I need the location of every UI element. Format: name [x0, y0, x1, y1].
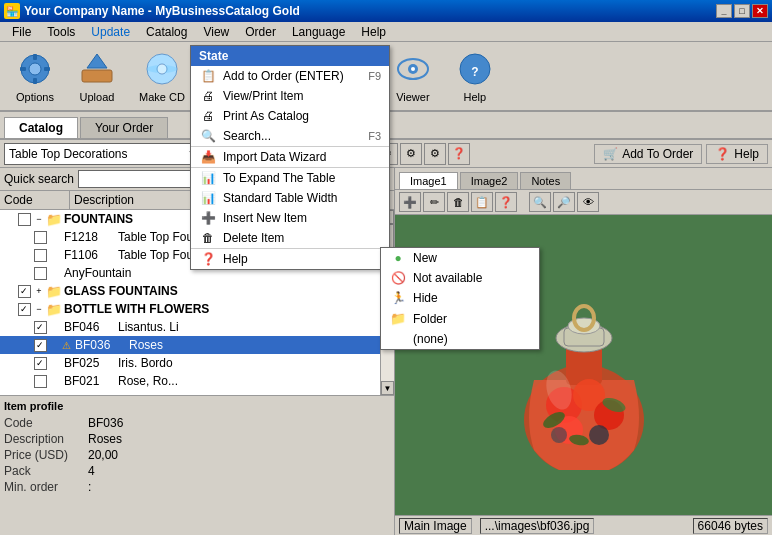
content-pane: Quick search Code Description Price Pack…	[0, 168, 772, 535]
check-fountains[interactable]	[18, 213, 31, 226]
submenu-new[interactable]: ● New	[381, 248, 539, 268]
tree-row[interactable]: BF025 Iris. Bordo	[0, 354, 380, 372]
tree-row-selected[interactable]: ⚠ BF036 Roses	[0, 336, 380, 354]
menu-order[interactable]: Order	[237, 23, 284, 41]
ctx-std-table-width[interactable]: 📊 Standard Table Width	[191, 188, 389, 208]
tab-notes[interactable]: Notes	[520, 172, 571, 189]
main-content: Table Top Decorations ▼ 💾 📋 🔄 ▼ 🔍 ⚙ ⚙ ⚙ …	[0, 140, 772, 535]
image-tabs: Image1 Image2 Notes	[395, 168, 772, 190]
tools-btn4[interactable]: ⚙	[400, 143, 422, 165]
img-zoom-in-button[interactable]: 🔍	[529, 192, 551, 212]
tree-row[interactable]: + 📁 GLASS FOUNTAINS	[0, 282, 380, 300]
upload-label: Upload	[80, 91, 115, 103]
catalog-dropdown[interactable]: Table Top Decorations ▼	[4, 143, 204, 165]
ctx-search-shortcut: F3	[368, 130, 381, 142]
check-bf025[interactable]	[34, 357, 47, 370]
check-bf021[interactable]	[34, 375, 47, 388]
img-add-button[interactable]: ➕	[399, 192, 421, 212]
submenu-none[interactable]: (none)	[381, 329, 539, 349]
ctx-import-wizard[interactable]: 📥 Import Data Wizard	[191, 146, 389, 167]
submenu-hide[interactable]: 🏃 Hide	[381, 288, 539, 308]
expand-glass-fountains[interactable]: +	[32, 286, 46, 296]
tab-your-order[interactable]: Your Order	[80, 117, 168, 138]
img-edit-button[interactable]: ✏	[423, 192, 445, 212]
expand-bottle-flowers[interactable]: −	[32, 304, 46, 314]
item-profile-title: Item profile	[4, 400, 390, 412]
tools-btn5[interactable]: ⚙	[424, 143, 446, 165]
ctx-add-to-order[interactable]: 📋 Add to Order (ENTER) F9	[191, 66, 389, 86]
ctx-view-print[interactable]: 🖨 View/Print Item	[191, 86, 389, 106]
context-menu: State 📋 Add to Order (ENTER) F9 🖨 View/P…	[190, 45, 390, 270]
options-button[interactable]: Options	[8, 44, 62, 108]
menu-update[interactable]: Update	[83, 23, 138, 41]
folder-state-label: Folder	[413, 312, 447, 326]
expand-fountains[interactable]: −	[32, 214, 46, 224]
window-controls[interactable]: _ □ ✕	[716, 4, 768, 18]
profile-row-minorder: Min. order :	[4, 480, 390, 494]
menu-help[interactable]: Help	[353, 23, 394, 41]
new-state-icon: ●	[389, 251, 407, 265]
profile-label-pack: Pack	[4, 464, 84, 478]
check-f1218[interactable]	[34, 231, 47, 244]
menu-view[interactable]: View	[195, 23, 237, 41]
import-wizard-ctx-icon: 📥	[199, 150, 217, 164]
check-bf036[interactable]	[34, 339, 47, 352]
ctx-insert-new-item[interactable]: ➕ Insert New Item	[191, 208, 389, 228]
check-glass-fountains[interactable]	[18, 285, 31, 298]
folder-glass-fountains-icon: 📁	[46, 284, 62, 299]
img-view-button[interactable]: 👁	[577, 192, 599, 212]
tree-row[interactable]: BF021 Rose, Ro...	[0, 372, 380, 390]
check-anyfountain[interactable]	[34, 267, 47, 280]
view-print-ctx-icon: 🖨	[199, 89, 217, 103]
ctx-print-as-catalog[interactable]: 🖨 Print As Catalog	[191, 106, 389, 126]
tree-row[interactable]: − 📁 BOTTLE WITH FLOWERS	[0, 300, 380, 318]
menu-tools[interactable]: Tools	[39, 23, 83, 41]
close-button[interactable]: ✕	[752, 4, 768, 18]
ctx-expand-table[interactable]: 📊 To Expand The Table	[191, 167, 389, 188]
tab-catalog[interactable]: Catalog	[4, 117, 78, 138]
group-bottle-flowers-name: BOTTLE WITH FLOWERS	[62, 302, 380, 316]
std-width-ctx-icon: 📊	[199, 191, 217, 205]
tab-image1[interactable]: Image1	[399, 172, 458, 189]
none-state-label: (none)	[413, 332, 448, 346]
img-delete-button[interactable]: 🗑	[447, 192, 469, 212]
profile-row-code: Code BF036	[4, 416, 390, 430]
add-to-order-button[interactable]: 🛒 Add To Order	[594, 144, 702, 164]
makecd-button[interactable]: Make CD	[132, 44, 192, 108]
profile-value-pack: 4	[88, 464, 95, 478]
submenu-not-available[interactable]: 🚫 Not available	[381, 268, 539, 288]
upload-button[interactable]: Upload	[70, 44, 124, 108]
help-toolbar-button[interactable]: ? Help	[448, 44, 502, 108]
ctx-delete-item[interactable]: 🗑 Delete Item	[191, 228, 389, 248]
tree-row[interactable]: BF046 Lisantus. Li	[0, 318, 380, 336]
not-available-label: Not available	[413, 271, 482, 285]
svg-point-10	[147, 65, 177, 73]
folder-state-icon: 📁	[389, 311, 407, 326]
title-bar: 🏪 Your Company Name - MyBusinessCatalog …	[0, 0, 772, 22]
minimize-button[interactable]: _	[716, 4, 732, 18]
check-bf046[interactable]	[34, 321, 47, 334]
ctx-help[interactable]: ❓ Help	[191, 248, 389, 269]
submenu-folder[interactable]: 📁 Folder	[381, 308, 539, 329]
add-to-order-label: Add To Order	[622, 147, 693, 161]
check-f1106[interactable]	[34, 249, 47, 262]
scroll-down-button[interactable]: ▼	[381, 381, 394, 395]
makecd-icon	[142, 49, 182, 89]
img-zoom-out-button[interactable]: 🔎	[553, 192, 575, 212]
ctx-search[interactable]: 🔍 Search... F3	[191, 126, 389, 146]
tab-image2[interactable]: Image2	[460, 172, 519, 189]
menu-language[interactable]: Language	[284, 23, 353, 41]
help-second-button[interactable]: ❓ Help	[706, 144, 768, 164]
menu-catalog[interactable]: Catalog	[138, 23, 195, 41]
check-bottle-flowers[interactable]	[18, 303, 31, 316]
viewer-button[interactable]: Viewer	[386, 44, 440, 108]
tools-btn6[interactable]: ❓	[448, 143, 470, 165]
menu-file[interactable]: File	[4, 23, 39, 41]
img-help-button[interactable]: ❓	[495, 192, 517, 212]
img-copy-button[interactable]: 📋	[471, 192, 493, 212]
maximize-button[interactable]: □	[734, 4, 750, 18]
warning-bf036-icon: ⚠	[62, 340, 71, 351]
profile-row-price: Price (USD) 20,00	[4, 448, 390, 462]
add-to-order-ctx-icon: 📋	[199, 69, 217, 83]
profile-row-pack: Pack 4	[4, 464, 390, 478]
